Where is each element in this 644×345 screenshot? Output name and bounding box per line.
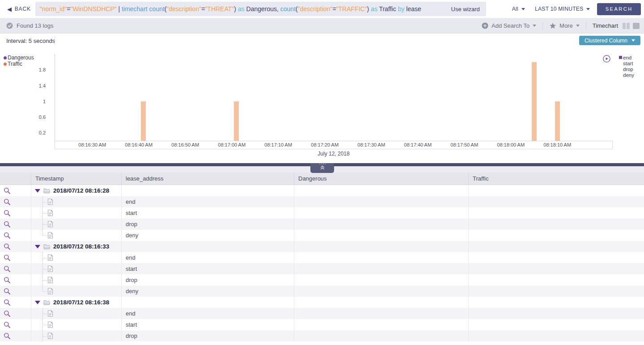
query-input[interactable]: "norm_id"="WinDNSDHCP" | timechart count… [35,2,486,16]
view-mode-label: Timechart [593,22,618,29]
full-view-icon[interactable] [633,23,640,29]
more-dropdown[interactable]: More [549,22,580,29]
log-document-icon [47,254,53,261]
query-token: ) [234,5,238,13]
series-legend-item[interactable]: drop [619,66,634,72]
tree-line [43,224,47,225]
dangerous-cell [294,207,469,219]
x-tick-label: 08:17:10 AM [264,142,292,147]
table-log-row[interactable]: start [0,319,644,330]
search-button[interactable]: SEARCH [597,3,641,15]
add-search-to-label: Add Search To [491,22,530,29]
dangerous-cell [294,330,469,341]
series-legend-label: drop [623,67,633,72]
search-log-icon[interactable] [4,321,11,328]
folder-icon [43,300,50,305]
search-log-icon[interactable] [4,232,11,239]
dangerous-cell [294,319,469,330]
series-legend-item[interactable]: start [619,60,634,66]
table-group-row[interactable]: 2018/07/12 08:16:33 [0,241,644,252]
dangerous-cell [294,274,469,286]
tree-line [43,269,47,269]
x-tick-label: 08:17:40 AM [404,142,432,147]
traffic-cell [469,263,644,274]
search-log-icon[interactable] [4,310,11,317]
chart-plot-area [55,54,613,141]
table-log-row[interactable]: start [0,263,644,274]
time-range-dropdown[interactable]: LAST 10 MINUTES [535,6,590,12]
lease-address-value: drop [122,274,294,286]
check-circle-icon [6,22,13,29]
header-lease-address: lease_address [122,172,294,185]
query-token: by [398,5,407,13]
dangerous-cell [294,252,469,263]
table-log-row[interactable]: drop [0,274,644,286]
dangerous-cell [294,308,469,319]
table-log-row[interactable]: end [0,196,644,207]
search-log-icon[interactable] [4,299,11,306]
chevron-down-icon [631,39,635,42]
lease-address-value: deny [122,230,294,241]
table-log-row[interactable]: drop [0,219,644,230]
search-log-icon[interactable] [4,210,11,217]
traffic-cell [469,286,644,297]
traffic-cell [469,274,644,286]
split-view-icon[interactable] [623,23,630,29]
divider [55,36,55,45]
search-log-icon[interactable] [4,265,11,273]
collapse-group-icon[interactable] [35,301,40,304]
play-button[interactable] [603,55,610,63]
search-log-icon[interactable] [4,254,11,261]
search-log-icon[interactable] [4,187,11,194]
collapse-group-icon[interactable] [35,245,40,248]
series-legend: endstartdropdeny [619,55,634,78]
table-log-row[interactable]: deny [0,230,644,241]
chart-type-dropdown[interactable]: Clustered Column [579,36,640,45]
search-log-icon[interactable] [4,198,11,206]
table-log-row[interactable]: end [0,252,644,263]
search-log-icon[interactable] [4,288,11,295]
search-log-icon[interactable] [4,221,11,228]
table-log-row[interactable]: start [0,207,644,219]
repo-scope-dropdown[interactable]: All [512,6,525,12]
add-search-to-dropdown[interactable]: Add Search To [482,22,536,29]
traffic-cell [469,319,644,330]
chart-bar-traffic[interactable] [555,101,560,141]
chart-bar-traffic[interactable] [532,62,537,141]
table-group-row[interactable]: 2018/07/12 08:16:38 [0,297,644,308]
table-log-row[interactable]: end [0,308,644,319]
table-log-row[interactable]: drop [0,330,644,341]
interval-label: Interval: 5 seconds [6,38,55,44]
search-log-icon[interactable] [4,277,11,284]
use-wizard-link[interactable]: Use wizard [451,6,480,13]
lease-address-value: start [122,207,294,219]
collapse-table-button[interactable] [310,163,334,173]
header-traffic: Traffic [469,172,644,185]
table-group-row[interactable]: 2018/07/12 08:16:28 [0,185,644,196]
log-document-icon [47,277,53,283]
chart-bar-traffic[interactable] [141,101,146,141]
toolbar-divider [542,22,543,30]
legend-label: Traffic [8,61,22,67]
series-legend-item[interactable]: deny [619,72,634,78]
collapse-group-icon[interactable] [35,189,40,193]
chevron-down-icon [533,25,536,27]
dangerous-cell [294,241,469,252]
back-button[interactable]: ◀ BACK [7,6,31,12]
legend-dot-icon [4,63,7,66]
traffic-cell [469,252,644,263]
tree-line [43,213,47,214]
tree-line [43,280,47,281]
traffic-cell [469,230,644,241]
query-token: "WinDNSDHCP" [70,5,116,13]
search-log-icon[interactable] [4,332,11,340]
time-range-value: LAST 10 MINUTES [535,6,583,12]
table-log-row[interactable]: deny [0,286,644,297]
query-token: as [238,5,246,13]
series-legend-item[interactable]: end [619,55,634,60]
search-log-icon[interactable] [4,243,11,250]
panel-divider[interactable] [0,163,644,166]
chart-bar-traffic[interactable] [234,101,239,141]
query-token: timechart [122,5,149,13]
repo-scope-value: All [512,6,518,12]
